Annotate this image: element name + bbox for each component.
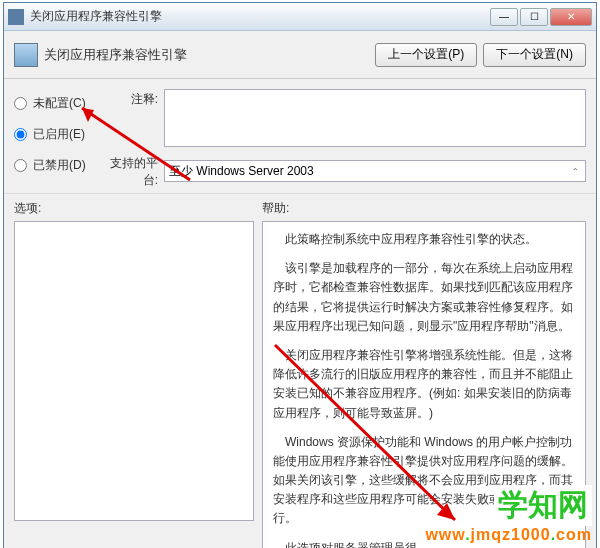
radio-disabled-label: 已禁用(D) xyxy=(33,157,86,174)
chevron-up-down-icon[interactable]: ⌃ xyxy=(567,163,583,179)
next-setting-button[interactable]: 下一个设置(N) xyxy=(483,43,586,67)
previous-setting-button[interactable]: 上一个设置(P) xyxy=(375,43,477,67)
titlebar-text: 关闭应用程序兼容性引擎 xyxy=(30,8,490,25)
help-label: 帮助: xyxy=(262,200,586,217)
options-label: 选项: xyxy=(14,200,254,217)
titlebar: 关闭应用程序兼容性引擎 — ☐ ✕ xyxy=(4,3,596,31)
radio-not-configured-label: 未配置(C) xyxy=(33,95,86,112)
platform-field: 至少 Windows Server 2003 ⌃ xyxy=(164,160,586,182)
comment-label: 注释: xyxy=(98,89,158,108)
radio-disabled-input[interactable] xyxy=(14,159,27,172)
help-p1: 此策略控制系统中应用程序兼容性引擎的状态。 xyxy=(273,230,575,249)
app-icon xyxy=(8,9,24,25)
config-area: 未配置(C) 已启用(E) 已禁用(D) 注释: 支持的平台: 至少 Windo… xyxy=(4,79,596,194)
radio-enabled-input[interactable] xyxy=(14,128,27,141)
close-button[interactable]: ✕ xyxy=(550,8,592,26)
help-column: 帮助: 此策略控制系统中应用程序兼容性引擎的状态。 该引擎是加载程序的一部分，每… xyxy=(262,200,586,548)
help-p5: 此选项对服务器管理员很 xyxy=(273,539,575,548)
window-controls: — ☐ ✕ xyxy=(490,8,592,26)
dialog-window: 关闭应用程序兼容性引擎 — ☐ ✕ 关闭应用程序兼容性引擎 上一个设置(P) 下… xyxy=(3,2,597,548)
radio-disabled[interactable]: 已禁用(D) xyxy=(14,157,92,174)
radio-not-configured[interactable]: 未配置(C) xyxy=(14,95,92,112)
fields-column: 注释: 支持的平台: 至少 Windows Server 2003 ⌃ xyxy=(98,89,586,189)
policy-icon xyxy=(14,43,38,67)
radio-enabled-label: 已启用(E) xyxy=(33,126,85,143)
platform-row: 支持的平台: 至少 Windows Server 2003 ⌃ xyxy=(98,153,586,189)
radio-not-configured-input[interactable] xyxy=(14,97,27,110)
platform-value: 至少 Windows Server 2003 xyxy=(169,163,314,180)
radio-enabled[interactable]: 已启用(E) xyxy=(14,126,92,143)
help-textbox[interactable]: 此策略控制系统中应用程序兼容性引擎的状态。 该引擎是加载程序的一部分，每次在系统… xyxy=(262,221,586,548)
help-p4: Windows 资源保护功能和 Windows 的用户帐户控制功能使用应用程序兼… xyxy=(273,433,575,529)
comment-textarea[interactable] xyxy=(164,89,586,147)
maximize-button[interactable]: ☐ xyxy=(520,8,548,26)
radio-group: 未配置(C) 已启用(E) 已禁用(D) xyxy=(14,89,92,189)
minimize-button[interactable]: — xyxy=(490,8,518,26)
lower-panels: 选项: 帮助: 此策略控制系统中应用程序兼容性引擎的状态。 该引擎是加载程序的一… xyxy=(4,194,596,548)
platform-label: 支持的平台: xyxy=(98,153,158,189)
toolbar: 关闭应用程序兼容性引擎 上一个设置(P) 下一个设置(N) xyxy=(4,31,596,79)
help-p2: 该引擎是加载程序的一部分，每次在系统上启动应用程序时，它都检查兼容性数据库。如果… xyxy=(273,259,575,336)
options-column: 选项: xyxy=(14,200,254,548)
options-box[interactable] xyxy=(14,221,254,521)
comment-row: 注释: xyxy=(98,89,586,147)
toolbar-title: 关闭应用程序兼容性引擎 xyxy=(44,46,369,64)
help-p3: 关闭应用程序兼容性引擎将增强系统性能。但是，这将降低许多流行的旧版应用程序的兼容… xyxy=(273,346,575,423)
